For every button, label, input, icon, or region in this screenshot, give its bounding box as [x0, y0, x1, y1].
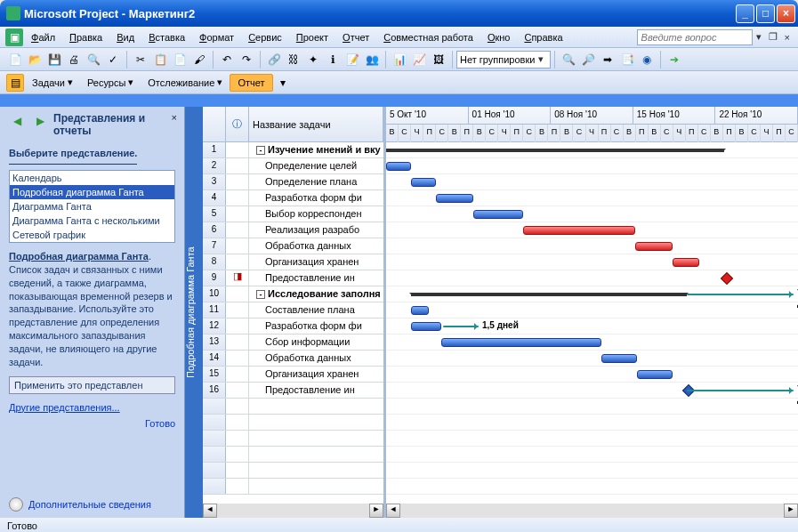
table-row[interactable]: 8Организация хранен: [203, 254, 383, 270]
menu-Формат[interactable]: Формат: [192, 29, 241, 45]
menu-Справка[interactable]: Справка: [517, 29, 569, 45]
save-icon[interactable]: 💾: [45, 51, 63, 69]
reports-icon[interactable]: 📈: [410, 51, 428, 69]
new-icon[interactable]: 📄: [6, 51, 24, 69]
show-arrow-icon[interactable]: ➔: [665, 51, 683, 69]
publish-icon[interactable]: 📊: [391, 51, 408, 69]
close-child-button[interactable]: ×: [781, 32, 794, 43]
pane-close-icon[interactable]: ×: [172, 112, 177, 123]
zoom-out-icon[interactable]: 🔍: [560, 51, 577, 69]
task-bar[interactable]: [637, 370, 673, 379]
restore-child-button[interactable]: ❐: [765, 31, 781, 43]
guide-icon[interactable]: ▤: [6, 74, 24, 92]
wizard-icon[interactable]: 📑: [618, 51, 636, 69]
table-row[interactable]: 2Определение целей: [203, 158, 383, 174]
unlink-icon[interactable]: ⛓: [285, 51, 302, 69]
paste-icon[interactable]: 📄: [171, 51, 189, 69]
table-row[interactable]: 6Реализация разрабо: [203, 222, 383, 238]
table-row[interactable]: [203, 415, 383, 431]
table-row[interactable]: 14Обработка данных: [203, 351, 383, 367]
table-row[interactable]: [203, 431, 383, 447]
done-link[interactable]: Готово: [9, 415, 175, 431]
link-icon[interactable]: 🔗: [265, 51, 283, 69]
grid-hscroll[interactable]: ◄►: [203, 504, 383, 518]
tab-tasks[interactable]: Задачи▾: [25, 74, 80, 91]
table-row[interactable]: 10-Исследование заполня: [203, 286, 383, 302]
task-bar[interactable]: [386, 162, 411, 171]
task-bar[interactable]: [436, 194, 473, 203]
menu-Совместная работа[interactable]: Совместная работа: [376, 29, 480, 45]
redo-icon[interactable]: ↷: [238, 51, 255, 69]
gantt-chart[interactable]: 5 Окт '1001 Ноя '1008 Ноя '1015 Ноя '102…: [386, 107, 798, 518]
table-row[interactable]: 16Предоставление ин: [203, 383, 383, 399]
spell-icon[interactable]: ✓: [104, 51, 122, 69]
task-bar[interactable]: [601, 354, 637, 363]
table-row[interactable]: 4Разработка форм фи: [203, 190, 383, 206]
copy-pic-icon[interactable]: 🖼: [430, 51, 447, 69]
tab-tracking[interactable]: Отслеживание▾: [141, 74, 230, 91]
assign-icon[interactable]: 👥: [363, 51, 381, 69]
cut-icon[interactable]: ✂: [132, 51, 149, 69]
other-views-link[interactable]: Другие представления...: [9, 399, 175, 415]
group-by-combo[interactable]: Нет группировки▾: [456, 51, 551, 69]
format-painter-icon[interactable]: 🖌: [190, 51, 208, 69]
gantt-hscroll[interactable]: ◄►: [386, 504, 798, 518]
menu-Правка[interactable]: Правка: [62, 29, 109, 45]
help-icon[interactable]: ◉: [638, 51, 656, 69]
view-list[interactable]: КалендарьПодробная диаграмма ГантаДиагра…: [9, 170, 175, 243]
table-row[interactable]: 9◨Предоставление ин: [203, 270, 383, 286]
minimize-button[interactable]: _: [736, 4, 754, 23]
menu-Файл[interactable]: Файл: [24, 29, 62, 45]
more-info-link[interactable]: Дополнительные сведения: [28, 496, 151, 512]
help-dropdown-icon[interactable]: ▾: [753, 31, 765, 43]
menu-Отчет[interactable]: Отчет: [335, 29, 376, 45]
view-item[interactable]: Подробная диаграмма Ганта: [10, 185, 174, 199]
table-row[interactable]: 12Разработка форм фи: [203, 318, 383, 335]
task-bar[interactable]: [673, 258, 699, 267]
table-row[interactable]: [203, 479, 383, 495]
table-row[interactable]: [203, 399, 383, 415]
task-bar[interactable]: [411, 306, 429, 315]
undo-icon[interactable]: ↶: [218, 51, 236, 69]
close-button[interactable]: ×: [777, 4, 795, 23]
task-bar[interactable]: [473, 210, 523, 219]
tab-more-icon[interactable]: ▾: [274, 74, 292, 92]
view-item[interactable]: Календарь: [10, 171, 174, 185]
task-bar[interactable]: [523, 226, 635, 235]
ms-icon[interactable]: ▣: [5, 28, 23, 46]
task-bar[interactable]: [411, 178, 436, 187]
task-grid[interactable]: ⓘ Название задачи 1-Изучение мнений и вк…: [203, 107, 386, 518]
view-item[interactable]: Сетевой график: [10, 228, 174, 242]
table-row[interactable]: 13Сбор информации: [203, 335, 383, 351]
menu-Окно[interactable]: Окно: [480, 29, 518, 45]
print-icon[interactable]: 🖨: [65, 51, 83, 69]
table-row[interactable]: 3Определение плана: [203, 174, 383, 190]
split-icon[interactable]: ✦: [304, 51, 322, 69]
collapse-icon[interactable]: -: [256, 290, 265, 299]
table-row[interactable]: 15Организация хранен: [203, 367, 383, 383]
collapse-icon[interactable]: -: [256, 146, 265, 155]
col-task-name[interactable]: Название задачи: [249, 107, 383, 141]
notes-icon[interactable]: 📝: [343, 51, 361, 69]
task-bar[interactable]: [411, 322, 441, 331]
task-bar[interactable]: [441, 338, 601, 347]
table-row[interactable]: 5Выбор корреспонден: [203, 206, 383, 222]
tab-report[interactable]: Отчет: [230, 74, 272, 92]
table-row[interactable]: 1-Изучение мнений и вку: [203, 142, 383, 158]
copy-icon[interactable]: 📋: [151, 51, 169, 69]
task-bar[interactable]: [635, 242, 673, 251]
table-row[interactable]: [203, 463, 383, 479]
menu-Вставка[interactable]: Вставка: [141, 29, 192, 45]
help-search-input[interactable]: [637, 29, 753, 45]
fwd-icon[interactable]: ▶: [31, 112, 49, 130]
table-row[interactable]: 7Обработка данных: [203, 238, 383, 254]
table-row[interactable]: [203, 447, 383, 463]
tab-resources[interactable]: Ресурсы▾: [80, 74, 141, 91]
menu-Вид[interactable]: Вид: [109, 29, 141, 45]
view-item[interactable]: Диаграмма Ганта: [10, 199, 174, 214]
apply-view-button[interactable]: Применить это представлен: [9, 376, 175, 394]
menu-Проект[interactable]: Проект: [289, 29, 335, 45]
view-item[interactable]: Диаграмма Ганта с несколькими: [10, 214, 174, 228]
zoom-in-icon[interactable]: 🔎: [579, 51, 597, 69]
goto-icon[interactable]: ➡: [599, 51, 617, 69]
